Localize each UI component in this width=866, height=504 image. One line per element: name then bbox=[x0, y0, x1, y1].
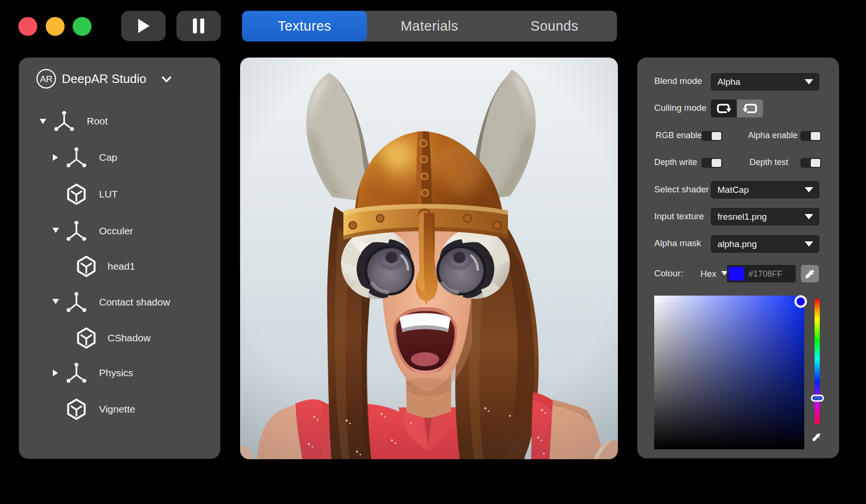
svg-text:AR: AR bbox=[40, 74, 52, 84]
